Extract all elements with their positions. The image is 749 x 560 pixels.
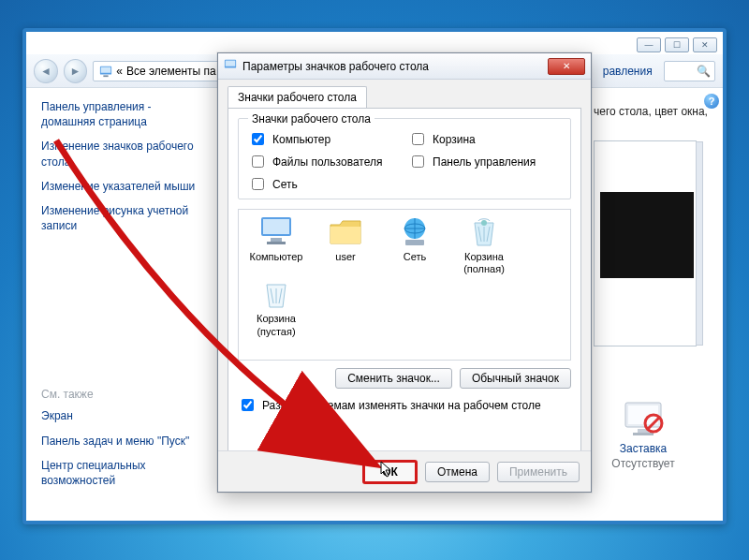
sidebar-link-desktop-icons[interactable]: Изменение значков рабочего стола xyxy=(41,139,208,169)
icon-recycle-empty[interactable]: Корзина (пустая) xyxy=(244,277,308,337)
dialog-close-button[interactable]: ✕ xyxy=(548,58,585,75)
checkbox-computer[interactable]: Компьютер xyxy=(248,130,401,148)
nav-forward-button[interactable]: ► xyxy=(64,59,88,83)
theme-preview xyxy=(594,140,697,346)
icon-network[interactable]: Сеть xyxy=(383,215,447,275)
icon-computer[interactable]: Компьютер xyxy=(244,215,308,275)
svg-rect-12 xyxy=(263,219,289,234)
see-also-taskbar[interactable]: Панель задач и меню "Пуск" xyxy=(41,434,208,449)
breadcrumb[interactable]: « Все элементы па xyxy=(93,61,222,81)
tab-desktop-icons[interactable]: Значки рабочего стола xyxy=(228,86,367,109)
checkbox-control-panel[interactable]: Панель управления xyxy=(408,153,561,170)
desktop-icons-dialog: Параметры значков рабочего стола ✕ Значк… xyxy=(217,52,592,493)
minimize-button[interactable]: — xyxy=(637,37,661,52)
icon-user-folder[interactable]: user xyxy=(314,215,377,275)
checkbox-recycle-input[interactable] xyxy=(412,133,424,145)
allow-themes-checkbox[interactable]: Разрешить темам изменять значки на рабоч… xyxy=(238,396,571,414)
checkbox-network-input[interactable] xyxy=(252,178,264,190)
group-legend: Значки рабочего стола xyxy=(248,112,374,125)
screensaver-icon xyxy=(622,401,665,438)
change-icon-button[interactable]: Сменить значок... xyxy=(335,368,452,389)
close-button[interactable]: ✕ xyxy=(693,37,717,52)
svg-rect-6 xyxy=(633,433,654,435)
checkbox-recycle-bin[interactable]: Корзина xyxy=(408,130,561,148)
search-box[interactable]: 🔍 xyxy=(664,61,715,81)
sidebar-link-account-picture[interactable]: Изменение рисунка учетной записи xyxy=(41,203,208,233)
dialog-title: Параметры значков рабочего стола xyxy=(242,60,429,73)
checkbox-userfiles-input[interactable] xyxy=(252,155,264,168)
dialog-page: Значки рабочего стола Компьютер Корзина … xyxy=(228,108,581,462)
sidebar-link-mouse-pointers[interactable]: Изменение указателей мыши xyxy=(41,179,208,194)
ok-button[interactable]: ОК xyxy=(362,460,418,484)
screensaver-tile[interactable]: Заставка Отсутствует xyxy=(601,401,685,470)
screensaver-status: Отсутствует xyxy=(601,457,685,470)
see-also-accessibility[interactable]: Центр специальных возможностей xyxy=(41,458,208,488)
search-icon: 🔍 xyxy=(697,65,711,78)
icon-recycle-full[interactable]: Корзина (полная) xyxy=(452,215,516,275)
allow-themes-input[interactable] xyxy=(242,399,254,411)
breadcrumb-visible: Все элементы па xyxy=(126,65,216,78)
breadcrumb-overflow: равления xyxy=(603,65,653,78)
checkbox-cpanel-input[interactable] xyxy=(412,155,424,168)
window-controls: — ☐ ✕ xyxy=(637,37,717,52)
control-panel-icon xyxy=(99,65,112,78)
svg-rect-2 xyxy=(104,75,109,77)
svg-rect-1 xyxy=(101,66,111,72)
screensaver-caption: Заставка xyxy=(601,442,685,455)
svg-rect-10 xyxy=(226,61,236,66)
see-also-label: См. также xyxy=(41,388,208,401)
nav-back-button[interactable]: ◄ xyxy=(34,59,58,83)
svg-rect-13 xyxy=(271,238,282,242)
sidebar-home[interactable]: Панель управления - домашняя страница xyxy=(41,99,208,129)
desktop-icons-group: Значки рабочего стола Компьютер Корзина … xyxy=(238,118,571,199)
cancel-button[interactable]: Отмена xyxy=(425,462,490,482)
dialog-titlebar[interactable]: Параметры значков рабочего стола ✕ xyxy=(218,53,591,80)
dialog-icon xyxy=(224,58,237,74)
checkbox-computer-input[interactable] xyxy=(252,133,264,145)
maximize-button[interactable]: ☐ xyxy=(665,37,689,52)
dialog-footer: ОК Отмена Применить xyxy=(218,450,591,492)
see-also-display[interactable]: Экран xyxy=(41,408,208,423)
checkbox-network[interactable]: Сеть xyxy=(248,175,401,193)
sidebar: Панель управления - домашняя страница Из… xyxy=(26,88,219,521)
apply-button[interactable]: Применить xyxy=(497,462,580,482)
checkbox-user-files[interactable]: Файлы пользователя xyxy=(248,153,401,170)
icon-list[interactable]: Компьютер user Сеть Корзина (полная) Кор… xyxy=(238,209,571,361)
heading-partial: чего стола, цвет окна, xyxy=(594,105,708,118)
svg-rect-17 xyxy=(405,240,424,245)
breadcrumb-lead: « xyxy=(116,65,123,78)
svg-point-18 xyxy=(481,220,487,226)
svg-rect-14 xyxy=(267,242,286,244)
default-icon-button[interactable]: Обычный значок xyxy=(460,368,571,389)
preview-scrollbar[interactable] xyxy=(696,141,703,346)
